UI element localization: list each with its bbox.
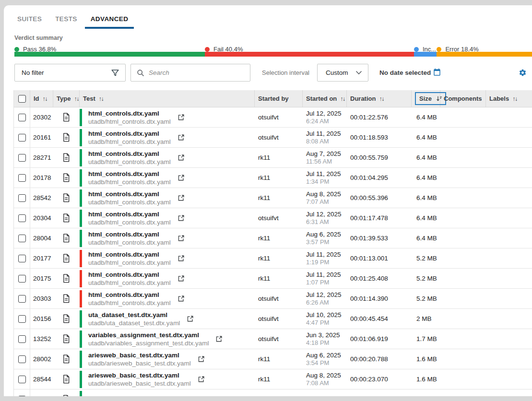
row-duration: 00:01:13.001 <box>347 248 412 268</box>
row-checkbox[interactable] <box>18 355 26 363</box>
row-checkbox[interactable] <box>18 134 26 142</box>
column-header-id[interactable]: Id↑↓ <box>30 90 53 107</box>
external-link-icon[interactable] <box>198 376 205 383</box>
test-name[interactable]: html_controls.dtx.yaml <box>88 291 171 299</box>
row-start-time: 6:24 AM <box>306 118 329 125</box>
table-row[interactable]: 13252 variables_assignment_test.dtx.yaml… <box>14 329 532 349</box>
test-name[interactable]: ariesweb_basic_test.dtx.yaml <box>88 395 179 396</box>
row-checkbox[interactable] <box>18 235 26 242</box>
tab-suites[interactable]: SUITES <box>11 15 48 29</box>
external-link-icon[interactable] <box>177 214 185 222</box>
row-checkbox[interactable] <box>18 376 26 383</box>
table-row[interactable]: 28004 html_controls.dtx.yaml utadb/html_… <box>14 228 532 248</box>
external-link-icon[interactable] <box>177 154 185 161</box>
column-header-labels[interactable]: Labels↑↓ <box>486 90 532 107</box>
calendar-icon[interactable] <box>433 68 441 79</box>
select-all-cell[interactable] <box>14 90 30 107</box>
external-link-icon[interactable] <box>177 235 185 242</box>
external-link-icon[interactable] <box>177 255 185 262</box>
row-duration: 00:01:25.408 <box>347 269 412 288</box>
row-type <box>53 107 80 127</box>
test-name[interactable]: html_controls.dtx.yaml <box>88 170 171 178</box>
table-row[interactable]: 20156 uta_dataset_test.dtx.yaml utadb/ut… <box>14 309 532 329</box>
table-row[interactable]: 20178 html_controls.dtx.yaml utadb/html_… <box>14 168 532 188</box>
column-header-duration[interactable]: Duration↑↓ <box>347 90 412 107</box>
document-icon <box>62 334 70 343</box>
row-checkbox[interactable] <box>18 315 26 323</box>
table-row[interactable]: 20177 html_controls.dtx.yaml utadb/html_… <box>14 248 532 269</box>
row-test: html_controls.dtx.yaml utadb/html_contro… <box>80 248 255 268</box>
column-header-type[interactable]: Type↑↓ <box>53 90 80 107</box>
column-header-size[interactable]: Size <box>412 90 440 107</box>
row-checkbox-cell <box>14 128 30 147</box>
external-link-icon[interactable] <box>177 134 185 141</box>
test-name[interactable]: html_controls.dtx.yaml <box>88 250 171 259</box>
test-name[interactable]: html_controls.dtx.yaml <box>88 109 171 118</box>
verdict-status-bar <box>80 270 82 287</box>
table-row[interactable]: 20161 html_controls.dtx.yaml utadb/html_… <box>14 128 532 148</box>
row-checkbox[interactable] <box>18 114 26 121</box>
table-row[interactable]: 20304 html_controls.dtx.yaml utadb/html_… <box>14 208 532 228</box>
external-link-icon[interactable] <box>177 114 185 121</box>
table-row[interactable]: 20303 html_controls.dtx.yaml utadb/html_… <box>14 289 532 309</box>
external-link-icon[interactable] <box>198 355 205 363</box>
external-link-icon[interactable] <box>187 315 194 322</box>
row-checkbox-cell <box>14 248 30 268</box>
tab-advanced[interactable]: ADVANCED <box>84 15 135 29</box>
row-size: 5.2 MB <box>412 248 440 268</box>
row-labels <box>486 248 532 268</box>
row-checkbox[interactable] <box>18 396 26 397</box>
test-name[interactable]: ariesweb_basic_test.dtx.yaml <box>88 351 191 359</box>
sort-arrows-icon[interactable]: ↑↓ <box>74 95 79 102</box>
column-header-test[interactable]: Test↑↓ <box>80 90 255 107</box>
sort-arrows-icon[interactable]: ↑↓ <box>379 95 384 102</box>
test-name[interactable]: html_controls.dtx.yaml <box>88 210 171 218</box>
row-started-by: otsuifvt <box>255 107 303 127</box>
row-checkbox[interactable] <box>18 255 26 262</box>
test-name[interactable]: html_controls.dtx.yaml <box>88 150 171 158</box>
sort-arrows-icon[interactable]: ↑↓ <box>99 95 104 102</box>
filter-dropdown[interactable]: No filter <box>14 64 126 82</box>
search-input[interactable] <box>149 69 245 76</box>
sort-arrows-icon[interactable]: ↑↓ <box>340 95 345 102</box>
row-checkbox[interactable] <box>18 174 26 182</box>
select-all-checkbox[interactable] <box>18 95 26 103</box>
test-name[interactable]: html_controls.dtx.yaml <box>88 190 171 198</box>
column-header-startedon[interactable]: Started on↑↓ <box>303 90 347 107</box>
table-row[interactable]: 28542 html_controls.dtx.yaml utadb/html_… <box>14 188 532 208</box>
search-box[interactable] <box>130 64 250 82</box>
external-link-icon[interactable] <box>215 335 223 342</box>
sort-arrows-icon[interactable]: ↑↓ <box>43 95 47 102</box>
test-name[interactable]: ariesweb_basic_test.dtx.yaml <box>88 371 191 379</box>
tab-bar: SUITESTESTSADVANCED <box>11 15 135 29</box>
tab-tests[interactable]: TESTS <box>48 15 84 29</box>
row-checkbox[interactable] <box>18 335 26 343</box>
table-row[interactable]: ariesweb_basic_test.dtx.yaml Aug 6, 2025 <box>14 389 532 396</box>
test-name[interactable]: variables_assignment_test.dtx.yaml <box>88 331 209 339</box>
row-checkbox[interactable] <box>18 295 26 303</box>
row-checkbox[interactable] <box>18 214 26 222</box>
row-checkbox[interactable] <box>18 275 26 283</box>
test-name[interactable]: uta_dataset_test.dtx.yaml <box>88 311 180 319</box>
settings-gear-icon[interactable] <box>519 69 527 79</box>
external-link-icon[interactable] <box>177 174 185 181</box>
row-start-date: Jun 3, 2025 <box>306 331 340 339</box>
sort-arrows-icon[interactable]: ↑↓ <box>512 95 517 102</box>
row-type <box>53 128 80 147</box>
external-link-icon[interactable] <box>177 194 185 201</box>
table-row[interactable]: 20302 html_controls.dtx.yaml utadb/html_… <box>14 107 532 128</box>
row-checkbox[interactable] <box>18 194 26 202</box>
column-label-components: Components <box>444 95 482 102</box>
external-link-icon[interactable] <box>177 275 185 282</box>
test-name[interactable]: html_controls.dtx.yaml <box>88 271 171 279</box>
table-row[interactable]: 20175 html_controls.dtx.yaml utadb/html_… <box>14 269 532 289</box>
table-row[interactable]: 28544 ariesweb_basic_test.dtx.yaml utadb… <box>14 369 532 389</box>
interval-dropdown[interactable]: Custom <box>317 64 368 82</box>
column-header-startedby: Started by <box>255 90 303 107</box>
table-row[interactable]: 28002 ariesweb_basic_test.dtx.yaml utadb… <box>14 349 532 369</box>
table-row[interactable]: 28271 html_controls.dtx.yaml utadb/html_… <box>14 148 532 168</box>
test-name[interactable]: html_controls.dtx.yaml <box>88 130 171 138</box>
external-link-icon[interactable] <box>177 295 185 302</box>
row-checkbox[interactable] <box>18 154 26 162</box>
test-name[interactable]: html_controls.dtx.yaml <box>88 230 171 238</box>
